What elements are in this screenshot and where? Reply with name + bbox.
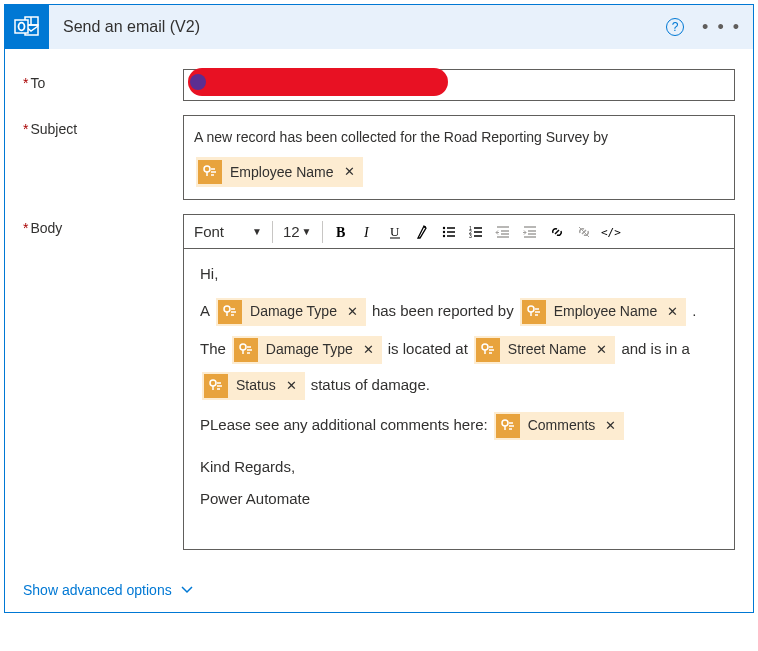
svg-text:3: 3	[469, 233, 472, 239]
svg-point-34	[528, 306, 534, 312]
svg-text:I: I	[363, 225, 370, 240]
token-remove-icon[interactable]: ✕	[363, 340, 374, 360]
font-size-select[interactable]: 12▼	[279, 219, 316, 245]
card-body: *To *Subject A new record has been colle…	[5, 49, 753, 574]
to-input[interactable]	[183, 69, 735, 101]
subject-input[interactable]: A new record has been collected for the …	[183, 115, 735, 200]
token-remove-icon[interactable]: ✕	[605, 416, 616, 436]
text-color-button[interactable]	[410, 219, 434, 245]
code-view-button[interactable]: </>	[599, 219, 623, 245]
body-label: *Body	[23, 214, 183, 236]
token-damage-type[interactable]: Damage Type ✕	[216, 298, 366, 326]
editor-toolbar: Font▼ 12▼ B I U 123	[184, 215, 734, 249]
svg-point-10	[424, 226, 426, 228]
svg-point-35	[240, 344, 246, 350]
to-row: *To	[23, 69, 735, 101]
body-signature: Power Automate	[200, 488, 718, 511]
token-employee-name[interactable]: Employee Name ✕	[196, 157, 363, 188]
svg-point-38	[502, 420, 508, 426]
card-header: Send an email (V2) ? • • •	[5, 5, 753, 49]
indent-button[interactable]	[518, 219, 542, 245]
chevron-down-icon: ▼	[302, 226, 312, 237]
token-remove-icon[interactable]: ✕	[286, 376, 297, 396]
help-icon[interactable]: ?	[666, 18, 684, 36]
outdent-button[interactable]	[491, 219, 515, 245]
svg-point-11	[442, 226, 444, 228]
body-editor: Font▼ 12▼ B I U 123	[183, 214, 735, 550]
show-advanced-options-link[interactable]: Show advanced options	[5, 574, 212, 612]
svg-point-13	[442, 234, 444, 236]
token-employee-name[interactable]: Employee Name ✕	[520, 298, 687, 326]
subject-row: *Subject A new record has been collected…	[23, 115, 735, 200]
survey123-icon	[234, 338, 258, 362]
token-status[interactable]: Status ✕	[202, 372, 305, 400]
link-button[interactable]	[545, 219, 569, 245]
card-title: Send an email (V2)	[63, 18, 666, 36]
italic-button[interactable]: I	[356, 219, 380, 245]
svg-text:B: B	[336, 225, 345, 240]
token-remove-icon[interactable]: ✕	[667, 302, 678, 322]
chevron-down-icon: ▼	[252, 226, 262, 237]
svg-point-5	[204, 166, 210, 172]
survey123-icon	[476, 338, 500, 362]
survey123-icon	[522, 300, 546, 324]
svg-text:</>: </>	[601, 226, 621, 239]
chevron-down-icon	[180, 583, 194, 597]
bullet-list-button[interactable]	[437, 219, 461, 245]
email-action-card: Send an email (V2) ? • • • *To *Subject …	[4, 4, 754, 613]
token-comments[interactable]: Comments ✕	[494, 412, 625, 440]
underline-button[interactable]: U	[383, 219, 407, 245]
token-remove-icon[interactable]: ✕	[347, 302, 358, 322]
body-signoff: Kind Regards,	[200, 456, 718, 479]
bold-button[interactable]: B	[329, 219, 353, 245]
font-select[interactable]: Font▼	[190, 219, 266, 245]
number-list-button[interactable]: 123	[464, 219, 488, 245]
survey123-icon	[204, 374, 228, 398]
body-row: *Body Font▼ 12▼ B I U	[23, 214, 735, 550]
outlook-icon	[5, 5, 49, 49]
subject-text: A new record has been collected for the …	[194, 124, 608, 151]
survey123-icon	[496, 414, 520, 438]
svg-text:U: U	[390, 224, 400, 239]
survey123-icon	[218, 300, 242, 324]
survey123-icon	[198, 160, 222, 184]
unlink-button[interactable]	[572, 219, 596, 245]
token-remove-icon[interactable]: ✕	[596, 340, 607, 360]
to-label: *To	[23, 69, 183, 91]
body-greeting: Hi,	[200, 263, 718, 286]
token-remove-icon[interactable]: ✕	[344, 160, 355, 185]
svg-point-12	[442, 230, 444, 232]
subject-label: *Subject	[23, 115, 183, 137]
token-damage-type[interactable]: Damage Type ✕	[232, 336, 382, 364]
svg-point-37	[210, 380, 216, 386]
svg-point-36	[482, 344, 488, 350]
redacted-recipient	[188, 68, 448, 96]
svg-point-33	[224, 306, 230, 312]
body-input[interactable]: Hi, A Damage Type ✕ has been reported by	[184, 249, 734, 549]
token-street-name[interactable]: Street Name ✕	[474, 336, 616, 364]
more-actions-button[interactable]: • • •	[702, 17, 741, 38]
